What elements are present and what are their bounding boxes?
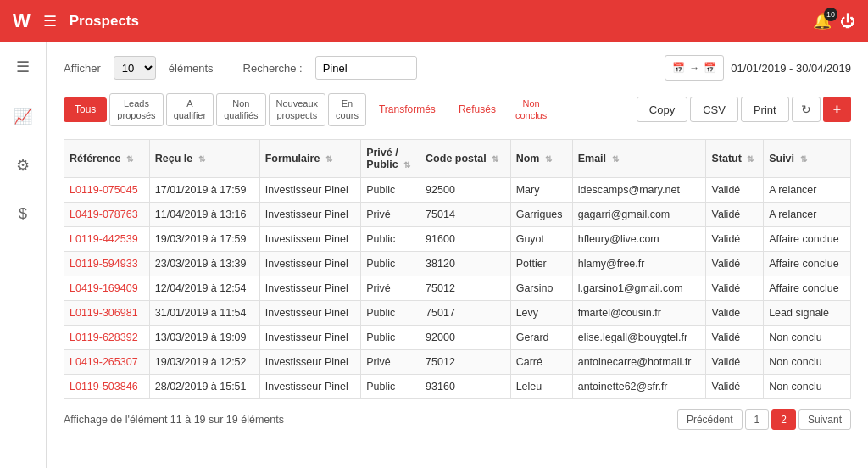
cell-reference: L0119-442539: [64, 226, 150, 251]
cell-recu-le: 13/03/2019 à 19:09: [149, 325, 259, 349]
reference-link[interactable]: L0419-265307: [70, 356, 138, 368]
filter-refuses[interactable]: Refusés: [448, 98, 506, 122]
table-row: L0119-075045 17/01/2019 à 17:59 Investis…: [64, 177, 851, 202]
page-2-button[interactable]: 2: [771, 410, 796, 430]
cell-nom: Leleu: [510, 374, 572, 398]
reference-link[interactable]: L0119-628392: [70, 332, 138, 343]
cell-recu-le: 19/03/2019 à 12:52: [149, 349, 259, 374]
search-input[interactable]: [315, 56, 417, 80]
sidebar-gear-icon[interactable]: ⚙: [9, 149, 36, 181]
cell-prive-public: Privé: [361, 276, 420, 300]
cell-formulaire: Investisseur Pinel: [259, 226, 360, 251]
refresh-button[interactable]: ↻: [792, 97, 821, 122]
elements-label: éléments: [169, 62, 214, 75]
reference-link[interactable]: L0119-442539: [70, 233, 138, 245]
filter-transformes[interactable]: Transformés: [369, 98, 446, 122]
cell-formulaire: Investisseur Pinel: [259, 349, 360, 374]
sort-icon-formulaire[interactable]: ⇅: [326, 154, 332, 164]
filter-row: Tous Leadsproposés Aqualifier Nonqualifi…: [64, 93, 851, 126]
cell-email: ldescamps@mary.net: [572, 177, 706, 202]
cell-prive-public: Public: [361, 374, 420, 398]
table-row: L0419-078763 11/04/2019 à 13:16 Investis…: [64, 202, 851, 226]
cell-nom: Levy: [510, 300, 572, 325]
reference-link[interactable]: L0419-078763: [70, 209, 138, 220]
sidebar-dollar-icon[interactable]: $: [12, 198, 34, 230]
sort-icon-statut[interactable]: ⇅: [747, 154, 754, 164]
topbar: W ☰ Prospects 🔔 10 ⏻: [0, 0, 868, 42]
filter-nouveaux-prospects[interactable]: Nouveauxprospects: [269, 93, 326, 126]
controls-row: Afficher 10 25 50 éléments Recherche : 📅…: [64, 55, 851, 81]
table-row: L0119-594933 23/03/2019 à 13:39 Investis…: [64, 251, 851, 276]
date-range-button[interactable]: 📅 → 📅: [665, 55, 724, 81]
cell-code-postal: 75012: [420, 349, 511, 374]
reference-link[interactable]: L0419-169409: [70, 282, 138, 294]
notification-badge: 10: [824, 8, 837, 21]
app-logo: W: [13, 10, 31, 32]
cell-statut: Validé: [706, 276, 764, 300]
sort-icon-prive-public[interactable]: ⇅: [403, 160, 410, 170]
sort-icon-email[interactable]: ⇅: [612, 154, 619, 164]
afficher-label: Afficher: [64, 62, 101, 75]
reference-link[interactable]: L0119-503846: [70, 381, 138, 393]
page-1-button[interactable]: 1: [745, 410, 770, 430]
reference-link[interactable]: L0119-075045: [70, 184, 138, 196]
cell-statut: Validé: [706, 202, 764, 226]
cell-formulaire: Investisseur Pinel: [259, 202, 360, 226]
filter-non-conclus[interactable]: Nonconclus: [509, 94, 554, 125]
cell-suivi: Affaire conclue: [764, 251, 851, 276]
menu-icon[interactable]: ☰: [43, 12, 57, 31]
table-row: L0419-169409 12/04/2019 à 12:54 Investis…: [64, 276, 851, 300]
cell-recu-le: 31/01/2019 à 11:54: [149, 300, 259, 325]
sidebar: ☰ 📈 ⚙ $: [0, 42, 47, 468]
filter-en-cours[interactable]: Encours: [328, 93, 366, 126]
cell-statut: Validé: [706, 177, 764, 202]
next-page-button[interactable]: Suivant: [798, 410, 851, 430]
filter-a-qualifier[interactable]: Aqualifier: [166, 93, 214, 126]
cell-nom: Carré: [510, 349, 572, 374]
col-statut: Statut ⇅: [706, 139, 764, 177]
add-button[interactable]: +: [823, 97, 851, 122]
cell-formulaire: Investisseur Pinel: [259, 325, 360, 349]
reference-link[interactable]: L0119-306981: [70, 307, 138, 319]
sort-icon-reference[interactable]: ⇅: [126, 154, 133, 164]
data-table: Référence ⇅ Reçu le ⇅ Formulaire ⇅ Privé…: [64, 139, 851, 399]
sidebar-list-icon[interactable]: ☰: [9, 51, 36, 83]
filter-leads-proposes[interactable]: Leadsproposés: [109, 93, 163, 126]
table-row: L0119-442539 19/03/2019 à 17:59 Investis…: [64, 226, 851, 251]
cell-prive-public: Public: [361, 325, 420, 349]
sort-icon-code-postal[interactable]: ⇅: [492, 154, 498, 164]
cell-code-postal: 92500: [420, 177, 511, 202]
print-button[interactable]: Print: [741, 97, 789, 122]
cell-email: antoinette62@sfr.fr: [572, 374, 706, 398]
cell-nom: Garrigues: [510, 202, 572, 226]
sort-icon-nom[interactable]: ⇅: [545, 154, 552, 164]
cell-prive-public: Public: [361, 300, 420, 325]
cell-suivi: Affaire conclue: [764, 276, 851, 300]
power-icon[interactable]: ⏻: [840, 13, 855, 31]
action-buttons: Copy CSV Print ↻ +: [637, 97, 851, 122]
col-formulaire: Formulaire ⇅: [259, 139, 360, 177]
page-title: Prospects: [70, 13, 800, 30]
sidebar-chart-icon[interactable]: 📈: [7, 100, 39, 132]
cell-nom: Gerard: [510, 325, 572, 349]
filter-tous[interactable]: Tous: [64, 98, 107, 123]
table-row: L0119-306981 31/01/2019 à 11:54 Investis…: [64, 300, 851, 325]
csv-button[interactable]: CSV: [690, 97, 738, 122]
copy-button[interactable]: Copy: [637, 97, 687, 122]
table-row: L0419-265307 19/03/2019 à 12:52 Investis…: [64, 349, 851, 374]
cell-code-postal: 92000: [420, 325, 511, 349]
cell-code-postal: 38120: [420, 251, 511, 276]
cell-recu-le: 19/03/2019 à 17:59: [149, 226, 259, 251]
cell-email: elise.legall@bouygtel.fr: [572, 325, 706, 349]
notification-icon[interactable]: 🔔 10: [813, 12, 832, 31]
col-email: Email ⇅: [572, 139, 706, 177]
prev-page-button[interactable]: Précédent: [677, 410, 743, 430]
sort-icon-suivi[interactable]: ⇅: [800, 154, 807, 164]
sort-icon-recu-le[interactable]: ⇅: [198, 154, 205, 164]
per-page-select[interactable]: 10 25 50: [114, 56, 156, 80]
reference-link[interactable]: L0119-594933: [70, 258, 138, 270]
cell-code-postal: 91600: [420, 226, 511, 251]
filter-non-qualifies[interactable]: Nonqualifiés: [216, 93, 265, 126]
cell-suivi: A relancer: [764, 177, 851, 202]
cell-email: hlamy@free.fr: [572, 251, 706, 276]
